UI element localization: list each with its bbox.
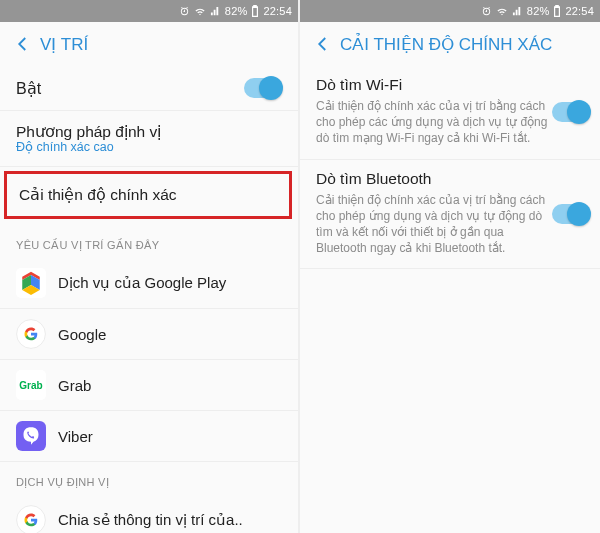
improve-accuracy-row[interactable]: Cải thiện độ chính xác [4, 171, 292, 219]
services-caption: DỊCH VỤ ĐỊNH VỊ [0, 462, 298, 495]
left-screen: 82% 22:54 VỊ TRÍ Bật Phương pháp định vị… [0, 0, 300, 533]
back-button[interactable] [310, 31, 336, 57]
bluetooth-scanning-row[interactable]: Dò tìm Bluetooth Cải thiện độ chính xác … [300, 160, 600, 269]
wifi-icon [496, 6, 508, 17]
battery-icon [251, 5, 259, 17]
method-value: Độ chính xác cao [0, 139, 298, 166]
signal-icon [210, 6, 221, 17]
wifi-scanning-row[interactable]: Dò tìm Wi-Fi Cải thiện độ chính xác của … [300, 66, 600, 159]
battery-percent: 82% [225, 5, 248, 17]
app-row-google[interactable]: Google [0, 309, 298, 359]
battery-icon [553, 5, 561, 17]
header: CẢI THIỆN ĐỘ CHÍNH XÁC [300, 22, 600, 66]
status-bar: 82% 22:54 [0, 0, 298, 22]
app-row-viber[interactable]: Viber [0, 411, 298, 461]
toggle-switch[interactable] [552, 204, 590, 224]
alarm-icon [179, 6, 190, 17]
recent-caption: YÊU CẦU VỊ TRÍ GẦN ĐÂY [0, 225, 298, 258]
play-services-icon [16, 268, 46, 298]
header: VỊ TRÍ [0, 22, 298, 66]
google-icon [16, 505, 46, 533]
clock: 22:54 [565, 5, 594, 17]
app-row-play-services[interactable]: Dịch vụ của Google Play [0, 258, 298, 308]
battery-percent: 82% [527, 5, 550, 17]
service-row-sharing[interactable]: Chia sẻ thông tin vị trí của.. [0, 495, 298, 533]
clock: 22:54 [263, 5, 292, 17]
status-bar: 82% 22:54 [300, 0, 600, 22]
alarm-icon [481, 6, 492, 17]
signal-icon [512, 6, 523, 17]
right-screen: 82% 22:54 CẢI THIỆN ĐỘ CHÍNH XÁC Dò tìm … [300, 0, 600, 533]
toggle-switch[interactable] [552, 102, 590, 122]
master-toggle-label: Bật [16, 79, 41, 98]
wifi-icon [194, 6, 206, 17]
viber-icon [16, 421, 46, 451]
toggle-switch[interactable] [244, 78, 282, 98]
page-title: VỊ TRÍ [40, 34, 88, 55]
app-row-grab[interactable]: Grab Grab [0, 360, 298, 410]
grab-icon: Grab [16, 370, 46, 400]
back-button[interactable] [10, 31, 36, 57]
google-icon [16, 319, 46, 349]
master-toggle-row[interactable]: Bật [0, 66, 298, 110]
page-title: CẢI THIỆN ĐỘ CHÍNH XÁC [340, 34, 552, 55]
svg-text:Grab: Grab [19, 380, 42, 391]
